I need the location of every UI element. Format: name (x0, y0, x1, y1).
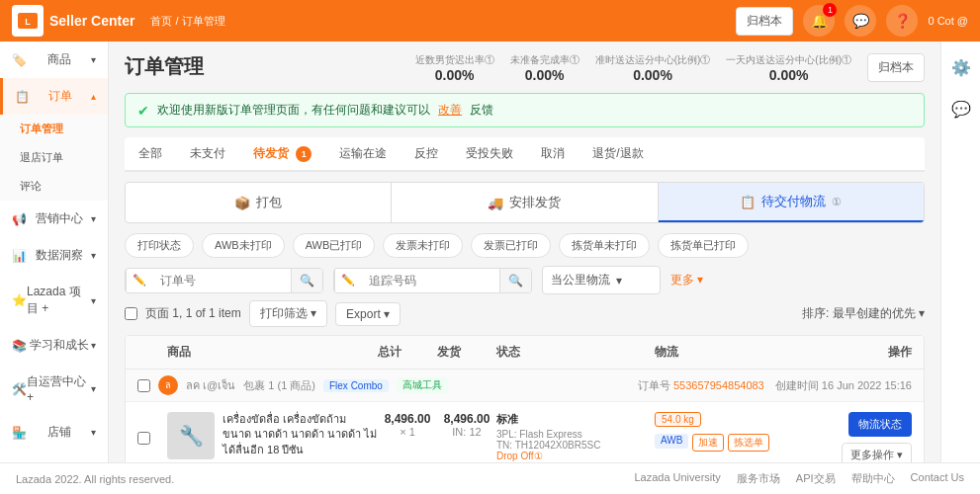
ship-in: IN: 12 (437, 426, 496, 438)
notifications-button[interactable]: 🔔 1 (803, 5, 835, 37)
metric-ontime-label: 准时送达运分中心(比例)① (595, 53, 711, 67)
notice-improve-link[interactable]: 改善 (438, 102, 462, 119)
order-body: 🔧 เครื่องขัดลื่อ เครื่องขัดถ้าม ขนาด นาด… (126, 402, 924, 462)
print-filter-button[interactable]: 打印筛选 ▾ (249, 300, 327, 327)
sidebar-item-learning[interactable]: 📚 学习和成长 ▾ (0, 327, 108, 364)
main-layout: 🏷️ 商品 ▾ 📋 订单 ▴ 订单管理 退店订单 评论 📢 营销中心 ▾ 📊 数… (0, 41, 980, 462)
tab-return-failed[interactable]: 受投失败 (452, 137, 527, 172)
col-logistics-header: 物流 (655, 344, 813, 361)
page-info: 页面 1, 1 of 1 item (145, 305, 241, 322)
more-actions-button[interactable]: 更多操作 ▾ (842, 443, 912, 462)
metric-unprepared-value: 0.00% (510, 67, 579, 83)
sidebar-item-finance[interactable]: 💰 财务 ▾ (0, 451, 108, 462)
item-checkbox[interactable] (137, 432, 150, 445)
info-icon: ① (832, 196, 842, 208)
filter-tag-awb-printed[interactable]: AWB已打印 (293, 233, 376, 258)
sidebar-item-self-service[interactable]: 🛠️ 自运营中心 + ▾ (0, 364, 108, 414)
tab-pending[interactable]: 待发货 1 (239, 137, 325, 172)
action-tab-ship[interactable]: 🚚 安排发货 (392, 183, 658, 222)
tab-cancelled[interactable]: 取消 (527, 137, 579, 172)
awb-badge[interactable]: AWB (655, 434, 688, 449)
metric-late-dispatch-label: 近数男货迟出率① (415, 53, 494, 67)
filter-tag-invoice-printed[interactable]: 发票已打印 (471, 233, 551, 258)
metric-oneday-value: 0.00% (726, 67, 851, 83)
archive-button[interactable]: 归档本 (736, 7, 793, 36)
filter-tag-handover-printed[interactable]: 拣货单已打印 (658, 233, 749, 258)
footer-contact-us[interactable]: Contact Us (911, 471, 964, 486)
sidebar-item-reviews[interactable]: 评论 (0, 172, 108, 201)
tab-shipping[interactable]: 运输在途 (325, 137, 401, 172)
sidebar-item-lazada-projects[interactable]: ⭐ Lazada 项目 + ▾ (0, 274, 108, 327)
status-label: 标准 (496, 412, 655, 427)
sort-label: 排序: 最早创建的优先 ▾ (802, 305, 925, 322)
chevron-up-icon: ▴ (91, 91, 96, 102)
action-tab-pending-logistics[interactable]: 📋 待交付物流 ① (659, 183, 924, 222)
order-meta-right: 订单号 553657954854083 创建时间 16 Jun 2022 15:… (638, 378, 912, 393)
sidebar-store-icon: 🏪 (12, 426, 27, 440)
tracking-search-input[interactable] (361, 269, 499, 292)
tab-refund[interactable]: 退货/退款 (579, 137, 657, 172)
filter-tag-handover-unprint[interactable]: 拣货单未打印 (559, 233, 650, 258)
order-tabs: 全部 未支付 待发货 1 运输在途 反控 受投失败 取消 退货/退款 (125, 137, 925, 172)
sidebar-item-marketing[interactable]: 📢 营销中心 ▾ (0, 201, 108, 237)
more-filters-button[interactable]: 更多 ▾ (670, 272, 703, 288)
search-icon[interactable]: 🔍 (499, 269, 531, 292)
tab-return-review[interactable]: 反控 (401, 137, 452, 172)
sidebar-marketing-icon: 📢 (12, 212, 27, 226)
footer-lazada-university[interactable]: Lazada University (634, 471, 720, 486)
pending-logistics-label: 待交付物流 (761, 193, 826, 210)
logistics-info: 54.0 kg AWB 加速 拣选单 (655, 412, 813, 452)
sidebar-item-orders[interactable]: 📋 订单 ▴ (0, 78, 108, 115)
pack-icon: 📦 (234, 196, 250, 210)
sidebar-item-order-management[interactable]: 订单管理 (0, 115, 108, 143)
select-all-checkbox[interactable] (125, 307, 137, 320)
filter-tag-invoice-unprint[interactable]: 发票未打印 (383, 233, 463, 258)
tab-unpaid[interactable]: 未支付 (176, 137, 239, 172)
messages-button[interactable]: 💬 (845, 5, 876, 37)
edit-icon[interactable]: ✏️ (126, 269, 152, 291)
footer-api-trade[interactable]: API交易 (796, 471, 836, 486)
search-icon[interactable]: 🔍 (291, 269, 322, 292)
sidebar-item-store[interactable]: 🏪 店铺 ▾ (0, 414, 108, 451)
speed-button[interactable]: 加速 (692, 434, 724, 452)
sidebar-products-icon: 🏷️ (12, 53, 27, 67)
help-button[interactable]: ❓ (886, 5, 918, 37)
settings-icon[interactable]: ⚙️ (945, 51, 977, 83)
order-select-checkbox[interactable] (137, 379, 150, 392)
footer-help-center[interactable]: 帮助中心 (851, 471, 895, 486)
sidebar-lazada-label: Lazada 项目 + (27, 284, 91, 317)
sidebar-item-products[interactable]: 🏷️ 商品 ▾ (0, 41, 108, 78)
notification-badge: 1 (823, 3, 837, 17)
tab-all[interactable]: 全部 (125, 137, 176, 172)
col-check-header (137, 344, 167, 361)
metric-oneday-label: 一天内送达运分中心(比例)① (726, 53, 851, 67)
export-archive-button[interactable]: 归档本 (867, 53, 925, 82)
pick-list-button[interactable]: 拣选单 (728, 434, 769, 452)
sidebar-marketing-label: 营销中心 (36, 210, 83, 227)
metric-ontime: 准时送达运分中心(比例)① 0.00% (595, 53, 711, 83)
ship-icon: 🚚 (488, 196, 503, 210)
filter-tag-awb-unprint[interactable]: AWB未打印 (202, 233, 285, 258)
chat-icon[interactable]: 💬 (945, 93, 977, 124)
search-row: ✏️ 🔍 ✏️ 🔍 当公里物流 ▾ 更多 ▾ (125, 266, 925, 294)
sidebar-item-return-orders[interactable]: 退店订单 (0, 143, 108, 172)
footer-service-market[interactable]: 服务市场 (737, 471, 780, 486)
action-tab-pack[interactable]: 📦 打包 (126, 183, 392, 222)
order-id-link[interactable]: 553657954854083 (673, 379, 764, 391)
topbar: L Seller Center 首页 / 订单管理 归档本 🔔 1 💬 ❓ 0 … (0, 0, 980, 41)
sidebar-item-data[interactable]: 📊 数据洞察 ▾ (0, 237, 108, 274)
logistics-status-button[interactable]: 物流状态 (848, 412, 912, 437)
product-info: 🔧 เครื่องขัดลื่อ เครื่องขัดถ้าม ขนาด นาด… (167, 412, 378, 462)
edit-icon[interactable]: ✏️ (334, 269, 361, 291)
sidebar-data-icon: 📊 (12, 249, 27, 263)
user-info: 0 Cot @ (928, 15, 968, 27)
export-button[interactable]: Export ▾ (335, 302, 401, 326)
seller-name: ลค เ@เจ็น (186, 376, 235, 394)
dropoff-link[interactable]: Drop Off① (496, 451, 655, 461)
order-search-input[interactable] (152, 269, 291, 292)
logistics-select[interactable]: 当公里物流 ▾ (542, 266, 661, 294)
filter-tag-print-status[interactable]: 打印状态 (125, 233, 194, 258)
sidebar-sub-orders: 订单管理 退店订单 评论 (0, 115, 108, 201)
tracking-number: TN: TH12042X0BR5SC (496, 440, 655, 451)
order-check (137, 412, 167, 448)
